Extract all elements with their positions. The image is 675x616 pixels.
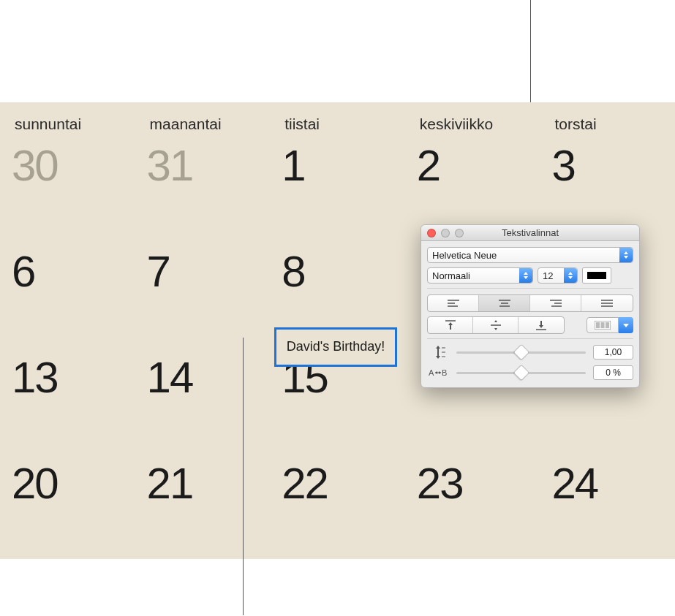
svg-text:B: B bbox=[442, 368, 447, 377]
svg-marker-15 bbox=[494, 320, 497, 322]
panel-body: Helvetica Neue Normaali 12 bbox=[421, 241, 639, 387]
date-number: 20 bbox=[12, 459, 58, 508]
align-justify-icon bbox=[600, 299, 614, 308]
align-center-button[interactable] bbox=[479, 295, 530, 311]
columns-icon bbox=[595, 321, 611, 330]
svg-text:A: A bbox=[429, 368, 434, 377]
text-options-panel: Tekstivalinnat Helvetica Neue Normaali 1… bbox=[421, 224, 640, 388]
date-number: 13 bbox=[12, 353, 58, 402]
svg-rect-21 bbox=[601, 322, 605, 328]
date-number: 3 bbox=[551, 141, 574, 190]
date-cell[interactable]: 30 bbox=[0, 136, 135, 242]
date-number: 24 bbox=[551, 459, 597, 508]
valign-middle-button[interactable] bbox=[473, 317, 518, 333]
text-color-well[interactable] bbox=[582, 267, 611, 284]
font-size-popup[interactable]: 12 bbox=[538, 267, 578, 284]
date-number: 2 bbox=[417, 141, 440, 190]
date-number: 7 bbox=[147, 247, 170, 296]
align-justify-button[interactable] bbox=[581, 295, 633, 311]
valign-middle-icon bbox=[490, 320, 502, 330]
date-number: 31 bbox=[147, 141, 193, 190]
tracking-value[interactable]: 0 % bbox=[593, 365, 633, 380]
valign-top-icon bbox=[445, 320, 456, 330]
horizontal-align-group bbox=[427, 294, 633, 312]
date-cell[interactable]: 6 bbox=[0, 242, 135, 348]
day-header: torstai bbox=[540, 115, 675, 133]
font-family-value: Helvetica Neue bbox=[432, 250, 497, 261]
day-header-row: sunnuntai maanantai tiistai keskiviikko … bbox=[0, 102, 675, 133]
font-style-popup[interactable]: Normaali bbox=[427, 267, 533, 284]
svg-marker-29 bbox=[435, 371, 437, 374]
text-color-swatch bbox=[587, 272, 606, 279]
font-size-value: 12 bbox=[543, 270, 553, 281]
day-header: maanantai bbox=[135, 115, 271, 133]
date-cell[interactable]: 21 bbox=[135, 454, 271, 560]
date-cell[interactable]: 13 bbox=[0, 348, 135, 454]
date-cell[interactable]: 22 bbox=[270, 454, 405, 560]
slider-thumb[interactable] bbox=[513, 365, 529, 381]
day-header: sunnuntai bbox=[0, 115, 135, 133]
align-left-button[interactable] bbox=[428, 295, 479, 311]
date-row: 20 21 22 23 24 bbox=[0, 454, 675, 560]
valign-top-button[interactable] bbox=[428, 317, 473, 333]
divider bbox=[427, 288, 633, 289]
valign-bottom-button[interactable] bbox=[518, 317, 564, 333]
tracking-icon: AB bbox=[427, 368, 449, 378]
date-number: 1 bbox=[282, 141, 304, 190]
svg-rect-20 bbox=[596, 322, 600, 328]
date-cell[interactable]: 20 bbox=[0, 454, 135, 560]
svg-marker-13 bbox=[448, 322, 453, 330]
tracking-slider[interactable] bbox=[456, 366, 586, 379]
svg-rect-22 bbox=[606, 322, 609, 328]
date-number: 30 bbox=[12, 141, 58, 190]
align-center-icon bbox=[498, 299, 511, 308]
svg-marker-23 bbox=[436, 346, 440, 359]
callout-line-bottom bbox=[243, 338, 244, 615]
date-number: 23 bbox=[417, 459, 463, 508]
columns-dropdown[interactable] bbox=[619, 317, 633, 333]
svg-marker-16 bbox=[494, 328, 497, 330]
popup-stepper-icon bbox=[619, 248, 633, 262]
date-cell[interactable]: 31 bbox=[135, 136, 271, 242]
date-cell[interactable]: 14 bbox=[135, 348, 271, 454]
font-style-value: Normaali bbox=[432, 270, 470, 281]
font-family-popup[interactable]: Helvetica Neue bbox=[427, 247, 633, 263]
line-spacing-icon bbox=[427, 346, 449, 359]
date-cell[interactable]: 7 bbox=[135, 242, 271, 348]
day-header: keskiviikko bbox=[405, 115, 540, 133]
date-number: 22 bbox=[282, 459, 328, 508]
line-spacing-slider[interactable] bbox=[456, 346, 586, 359]
divider bbox=[427, 338, 633, 339]
panel-title: Tekstivalinnat bbox=[421, 227, 639, 238]
valign-bottom-icon bbox=[535, 320, 547, 330]
align-right-icon bbox=[549, 299, 562, 308]
day-header: tiistai bbox=[270, 115, 405, 133]
event-text-box[interactable]: David's Birthday! bbox=[274, 327, 397, 367]
panel-titlebar[interactable]: Tekstivalinnat bbox=[421, 225, 639, 241]
date-number: 8 bbox=[282, 247, 304, 296]
date-cell[interactable]: 24 bbox=[540, 454, 675, 560]
svg-marker-18 bbox=[539, 321, 543, 328]
date-number: 21 bbox=[147, 459, 193, 508]
columns-icon-button[interactable] bbox=[587, 317, 619, 333]
popup-stepper-icon bbox=[564, 268, 577, 283]
vertical-align-group bbox=[427, 316, 565, 334]
slider-thumb[interactable] bbox=[513, 344, 529, 361]
date-cell[interactable]: 23 bbox=[405, 454, 540, 560]
line-spacing-value[interactable]: 1,00 bbox=[593, 345, 633, 360]
align-left-icon bbox=[447, 299, 460, 308]
popup-stepper-icon bbox=[519, 268, 532, 283]
date-number: 14 bbox=[147, 353, 193, 402]
align-right-button[interactable] bbox=[530, 295, 581, 311]
svg-marker-30 bbox=[439, 371, 441, 374]
columns-control[interactable] bbox=[587, 317, 633, 333]
event-text: David's Birthday! bbox=[287, 339, 385, 355]
date-number: 6 bbox=[12, 247, 34, 296]
date-cell[interactable]: 1 bbox=[270, 136, 405, 242]
